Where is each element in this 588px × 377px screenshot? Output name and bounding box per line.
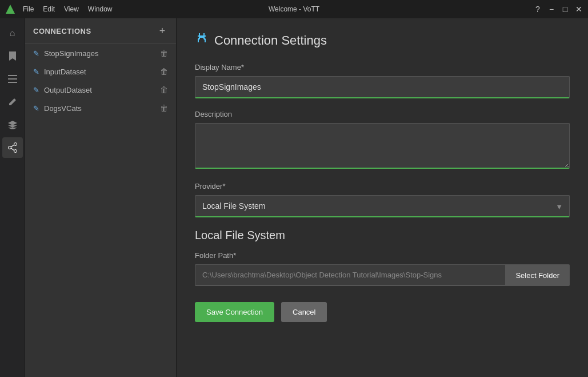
edit-icon-3: ✎ [33, 104, 39, 113]
nav-connections[interactable] [2, 137, 23, 158]
title-bar: File Edit View Window Welcome - VoTT ? −… [0, 0, 588, 18]
folder-path-label: Folder Path* [195, 251, 570, 260]
app-logo-icon [5, 3, 16, 15]
folder-path-row: Select Folder [195, 264, 570, 286]
provider-select-wrapper: Local File System Azure Blob Storage Bin… [195, 195, 570, 217]
provider-label: Provider* [195, 182, 570, 191]
svg-line-8 [11, 148, 14, 150]
icon-bar: ⌂ [0, 18, 25, 377]
nav-list[interactable] [2, 69, 23, 89]
svg-line-7 [11, 145, 14, 147]
edit-icon-2: ✎ [33, 86, 39, 94]
description-group: Description [195, 110, 570, 170]
folder-path-input[interactable] [195, 264, 505, 286]
sidebar-item-label-1: InputDataset [44, 68, 86, 76]
nav-bookmark[interactable] [2, 46, 23, 66]
sidebar-item-label-3: DogsVCats [44, 104, 82, 113]
local-file-section-title: Local File System [195, 229, 570, 242]
main-layout: ⌂ CONNECTIONS + ✎ StopSignImages 🗑 [0, 18, 588, 377]
delete-icon-0[interactable]: 🗑 [160, 49, 168, 58]
help-button[interactable]: ? [533, 5, 542, 14]
menu-edit[interactable]: Edit [43, 5, 55, 13]
page-title: Connection Settings [214, 33, 327, 48]
delete-icon-3[interactable]: 🗑 [160, 104, 168, 113]
delete-icon-1[interactable]: 🗑 [160, 67, 168, 76]
select-folder-button[interactable]: Select Folder [505, 264, 570, 286]
sidebar-item-outputdataset[interactable]: ✎ OutputDataset 🗑 [25, 81, 176, 99]
main-content: Connection Settings Display Name* Descri… [177, 18, 588, 377]
svg-rect-1 [8, 75, 17, 76]
svg-rect-3 [8, 82, 17, 83]
save-connection-button[interactable]: Save Connection [195, 302, 274, 322]
title-bar-menu: File Edit View Window [23, 5, 113, 13]
nav-edit[interactable] [2, 92, 23, 112]
edit-icon-1: ✎ [33, 68, 39, 76]
window-controls: ? − □ ✕ [533, 5, 583, 14]
content-header: Connection Settings [195, 32, 570, 49]
display-name-group: Display Name* [195, 63, 570, 98]
menu-view[interactable]: View [64, 5, 79, 13]
provider-group: Provider* Local File System Azure Blob S… [195, 182, 570, 217]
provider-select[interactable]: Local File System Azure Blob Storage Bin… [195, 195, 570, 217]
add-connection-button[interactable]: + [157, 25, 168, 37]
sidebar-title: CONNECTIONS [33, 27, 91, 35]
nav-home[interactable]: ⌂ [2, 23, 23, 43]
sidebar: CONNECTIONS + ✎ StopSignImages 🗑 ✎ Input… [25, 18, 177, 377]
maximize-button[interactable]: □ [561, 5, 570, 14]
display-name-input[interactable] [195, 76, 570, 98]
action-buttons: Save Connection Cancel [195, 302, 570, 322]
close-button[interactable]: ✕ [574, 5, 583, 14]
edit-icon-0: ✎ [33, 49, 39, 58]
description-label: Description [195, 110, 570, 118]
svg-point-5 [14, 143, 17, 146]
menu-file[interactable]: File [23, 5, 34, 13]
sidebar-item-dogsvcats[interactable]: ✎ DogsVCats 🗑 [25, 99, 176, 117]
sidebar-item-stopsignimages[interactable]: ✎ StopSignImages 🗑 [25, 44, 176, 62]
sidebar-item-label-0: StopSignImages [44, 49, 98, 58]
delete-icon-2[interactable]: 🗑 [160, 85, 168, 94]
title-bar-left: File Edit View Window [5, 3, 113, 15]
svg-point-6 [14, 150, 17, 153]
description-textarea[interactable] [195, 123, 570, 169]
sidebar-item-label-2: OutputDataset [44, 86, 92, 94]
svg-rect-2 [8, 78, 17, 80]
cancel-button[interactable]: Cancel [281, 302, 327, 322]
sidebar-header: CONNECTIONS + [25, 18, 176, 44]
plug-icon [195, 32, 209, 49]
folder-path-group: Folder Path* Select Folder [195, 251, 570, 286]
window-title: Welcome - VoTT [269, 5, 319, 13]
menu-window[interactable]: Window [88, 5, 113, 13]
svg-point-4 [8, 146, 11, 149]
sidebar-item-inputdataset[interactable]: ✎ InputDataset 🗑 [25, 62, 176, 81]
svg-marker-0 [6, 5, 15, 14]
nav-learn[interactable] [2, 114, 23, 135]
minimize-button[interactable]: − [547, 5, 556, 14]
display-name-label: Display Name* [195, 63, 570, 72]
